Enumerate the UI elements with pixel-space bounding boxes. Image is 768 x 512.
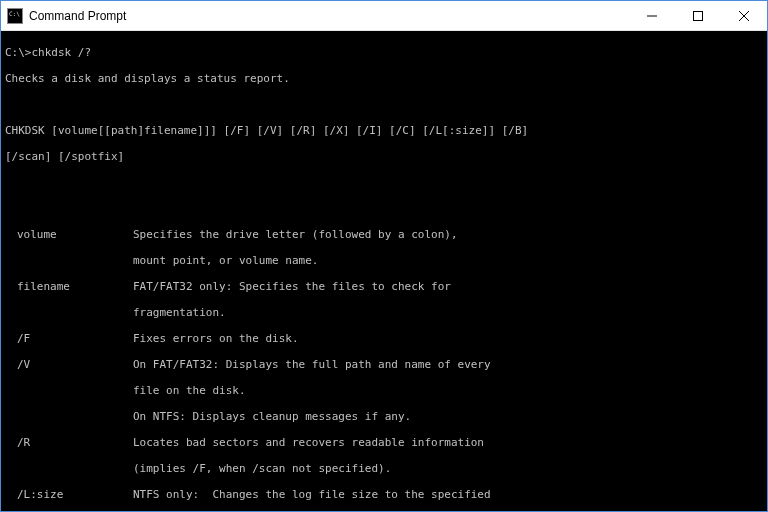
- svg-rect-1: [694, 11, 703, 20]
- close-button[interactable]: [721, 1, 767, 30]
- help-summary: Checks a disk and displays a status repo…: [5, 72, 763, 85]
- usage-line-1: CHKDSK [volume[[path]filename]]] [/F] [/…: [5, 124, 763, 137]
- window-title: Command Prompt: [29, 9, 629, 23]
- option-filename: filenameFAT/FAT32 only: Specifies the fi…: [5, 280, 763, 293]
- maximize-button[interactable]: [675, 1, 721, 30]
- usage-line-2: [/scan] [/spotfix]: [5, 150, 763, 163]
- option-volume: volumeSpecifies the drive letter (follow…: [5, 228, 763, 241]
- prompt-line: C:\>chkdsk /?: [5, 46, 763, 59]
- option-r: /RLocates bad sectors and recovers reada…: [5, 436, 763, 449]
- cmd-icon: [7, 8, 23, 24]
- option-v: /VOn FAT/FAT32: Displays the full path a…: [5, 358, 763, 371]
- option-l: /L:sizeNTFS only: Changes the log file s…: [5, 488, 763, 501]
- option-f: /FFixes errors on the disk.: [5, 332, 763, 345]
- terminal-area[interactable]: C:\>chkdsk /? Checks a disk and displays…: [1, 31, 767, 511]
- window-controls: [629, 1, 767, 30]
- titlebar[interactable]: Command Prompt: [1, 1, 767, 31]
- minimize-button[interactable]: [629, 1, 675, 30]
- command-prompt-window: Command Prompt C:\>chkdsk /? Checks a di…: [0, 0, 768, 512]
